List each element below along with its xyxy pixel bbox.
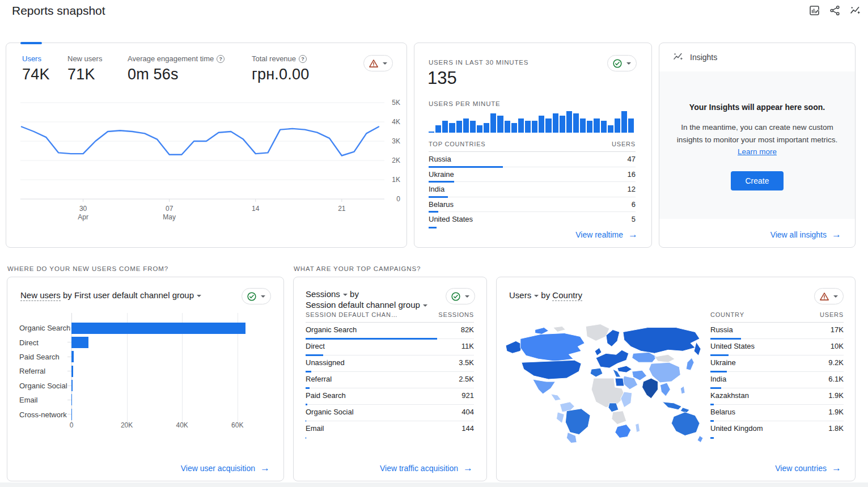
chevron-down-icon [465, 295, 469, 298]
svg-text:Apr: Apr [78, 213, 88, 221]
svg-text:07: 07 [166, 205, 173, 213]
sessions-table: SESSION DEFAULT CHAN… SESSIONS Organic S… [306, 311, 474, 438]
row-value: 921 [461, 391, 474, 400]
warning-icon [819, 291, 829, 302]
column-header: SESSION DEFAULT CHAN… [306, 311, 397, 318]
dimension-selector[interactable]: Country [552, 290, 582, 301]
minute-bar [573, 113, 579, 133]
warning-icon [369, 58, 379, 69]
table-row: Kazakhstan1.9K [710, 388, 844, 405]
svg-text:May: May [163, 213, 176, 221]
bar [71, 394, 72, 405]
column-header: TOP COUNTRIES [429, 141, 485, 147]
metric-label: Average engagement time? [128, 54, 225, 63]
customize-report-icon[interactable] [808, 4, 820, 16]
row-value: 2.5K [459, 375, 474, 383]
minute-bar [594, 118, 599, 133]
insights-body: Your Insights will appear here soon. In … [659, 71, 855, 219]
insights-icon[interactable] [849, 4, 861, 16]
metric-selector[interactable]: Sessions [306, 289, 340, 299]
minute-bar [463, 118, 469, 133]
arrow-right-icon: → [463, 463, 473, 473]
chevron-down-icon[interactable] [423, 304, 427, 307]
view-countries-link[interactable]: View countries→ [775, 463, 841, 473]
users-per-minute-sparkline [429, 111, 634, 133]
view-traffic-acquisition-link[interactable]: View traffic acquisition→ [380, 463, 473, 473]
data-quality-pill[interactable] [814, 288, 844, 304]
chart-title: Sessions by Session default channel grou… [306, 289, 427, 310]
help-icon[interactable]: ? [217, 55, 225, 63]
row-value: 144 [461, 424, 474, 433]
row-value: 5 [632, 215, 636, 223]
chevron-down-icon [833, 295, 838, 298]
world-map [501, 320, 704, 447]
metric-value: грн.0.00 [252, 66, 309, 83]
reports-snapshot-page: Reports snapshot Users74KNew users71KAve… [0, 0, 868, 487]
data-quality-pill[interactable] [607, 55, 637, 71]
bar-chart-labels: Organic SearchDirectPaid SearchReferralO… [19, 321, 71, 422]
table-row: United States5 [429, 212, 636, 227]
svg-text:14: 14 [252, 205, 260, 213]
metric-tab-new-users[interactable]: New users71K [67, 54, 102, 83]
view-user-acquisition-link[interactable]: View user acquisition→ [181, 463, 270, 473]
row-value: 12 [628, 185, 636, 193]
minute-bar [505, 121, 510, 133]
dimension-selector[interactable]: Session default channel group [306, 300, 420, 310]
row-bar [710, 437, 714, 439]
help-icon[interactable]: ? [299, 55, 307, 63]
dimension-label: by First user default channel group [63, 290, 194, 300]
insights-header: Insights [659, 43, 855, 71]
metric-tab-users[interactable]: Users74K [22, 54, 50, 83]
row-value: 1.8K [828, 424, 844, 433]
data-quality-pill[interactable] [363, 55, 393, 71]
check-icon [612, 58, 623, 69]
new-users-card: New users by First user default channel … [7, 277, 284, 481]
row-value: 11K [461, 342, 474, 350]
table-row: Ukraine16 [429, 167, 636, 183]
data-quality-pill[interactable] [446, 288, 475, 304]
table-row: Russia17K [710, 323, 844, 339]
table-row: Referral2.5K [306, 372, 474, 388]
minute-bar [566, 111, 572, 133]
metric-tab-total-revenue[interactable]: Total revenue?грн.0.00 [252, 54, 309, 83]
minute-bar [470, 121, 476, 133]
chevron-down-icon[interactable] [534, 295, 539, 297]
axis-tick-label: 20K [121, 421, 133, 429]
view-realtime-link[interactable]: View realtime→ [575, 230, 638, 239]
metric-tab-average-engagement-time[interactable]: Average engagement time?0m 56s [128, 54, 225, 83]
minute-bar [553, 113, 558, 133]
view-all-insights-link[interactable]: View all insights→ [770, 230, 841, 239]
axis-tick-label: 60K [231, 421, 243, 429]
insights-icon [672, 51, 684, 64]
metric-value: 74K [22, 66, 50, 83]
table-row: Ukraine9.2K [710, 355, 844, 372]
bar-row [71, 335, 279, 349]
row-value: 10K [831, 342, 844, 350]
selected-tab-indicator [20, 42, 42, 44]
chevron-down-icon[interactable] [197, 295, 201, 297]
insights-text: In the meantime, you can create new cust… [669, 121, 846, 158]
metric-selector[interactable]: New users [20, 290, 61, 301]
minute-bar [539, 116, 544, 133]
learn-more-link[interactable]: Learn more [738, 147, 777, 156]
minute-bar [484, 123, 489, 133]
row-label: Belarus [710, 408, 735, 416]
share-icon[interactable] [828, 4, 841, 16]
row-bar [429, 227, 437, 228]
bar [71, 380, 73, 391]
row-label: Organic Social [306, 408, 354, 416]
row-value: 9.2K [828, 358, 844, 367]
table-header: SESSION DEFAULT CHAN… SESSIONS [306, 311, 474, 323]
table-row: Unassigned3.5K [306, 355, 474, 372]
bar [71, 351, 74, 362]
metric-selector[interactable]: Users [509, 290, 531, 300]
minute-bar [456, 121, 462, 133]
create-insight-button[interactable]: Create [731, 171, 783, 190]
data-quality-pill[interactable] [242, 288, 271, 304]
minute-bar [560, 116, 565, 133]
axis-tick-label: 40K [176, 421, 188, 429]
row-value: 16 [628, 170, 636, 179]
chevron-down-icon[interactable] [343, 294, 348, 296]
bar-row [71, 350, 279, 364]
minute-bar [587, 121, 592, 133]
